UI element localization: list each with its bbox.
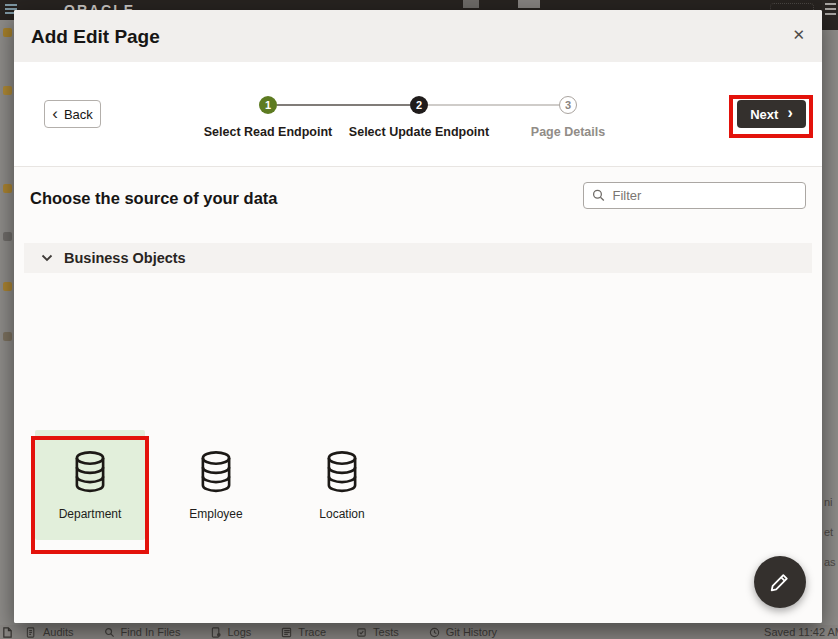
dialog-content: Choose the source of your data Business … xyxy=(14,166,822,623)
database-icon xyxy=(69,449,111,495)
dialog-title: Add Edit Page xyxy=(31,26,160,48)
database-icon xyxy=(195,449,237,495)
back-button-label: Back xyxy=(64,107,93,122)
close-icon[interactable]: ✕ xyxy=(792,27,805,42)
git-history-icon xyxy=(429,627,440,638)
tile-department[interactable]: Department xyxy=(35,430,145,540)
chevron-left-icon: ‹ xyxy=(52,105,58,122)
step-3-label: Page Details xyxy=(531,125,605,139)
footer-item-label: Audits xyxy=(43,626,74,638)
filter-input[interactable] xyxy=(613,188,798,203)
audit-report-icon xyxy=(2,627,13,638)
footer-item-trace[interactable]: Trace xyxy=(281,626,326,638)
trace-icon xyxy=(281,627,292,638)
find-in-files-icon xyxy=(104,627,115,638)
sidebar-icon xyxy=(3,28,12,37)
footer-item-audits[interactable]: Audits xyxy=(26,626,74,638)
tile-label: Department xyxy=(59,507,122,521)
tile-employee[interactable]: Employee xyxy=(161,430,271,540)
chevron-right-icon: › xyxy=(787,105,792,121)
tile-label: Employee xyxy=(189,507,242,521)
background-text-fragment: et xyxy=(824,526,838,538)
step-number: 2 xyxy=(416,99,422,111)
step-1-label: Select Read Endpoint xyxy=(204,125,333,139)
audits-icon xyxy=(26,627,37,638)
footer-item-label: Git History xyxy=(446,626,497,638)
footer-item-label: Logs xyxy=(228,626,252,638)
step-3-indicator[interactable]: 3 xyxy=(559,96,577,114)
step-number: 1 xyxy=(265,99,271,111)
section-business-objects[interactable]: Business Objects xyxy=(24,243,812,273)
footer-item-find-in-files[interactable]: Find In Files xyxy=(104,626,181,638)
topbar-tab-stub xyxy=(518,0,540,8)
edit-fab-button[interactable] xyxy=(754,556,806,608)
database-icon xyxy=(321,449,363,495)
screen: ORACLE ni et as Audits Find In Files Log… xyxy=(0,0,838,639)
footer-item-logs[interactable]: Logs xyxy=(211,626,252,638)
step-2-label: Select Update Endpoint xyxy=(349,125,489,139)
next-button[interactable]: Next › xyxy=(737,100,806,128)
dialog-header: Add Edit Page ✕ xyxy=(14,10,822,62)
filter-field xyxy=(583,182,806,209)
right-panel-menu-icon xyxy=(822,0,838,30)
section-label: Business Objects xyxy=(64,250,186,266)
step-number: 3 xyxy=(565,99,571,111)
wizard-train: ‹ Back 1 2 3 Select Read Endpoint Select… xyxy=(14,62,822,166)
add-edit-page-dialog: Add Edit Page ✕ ‹ Back 1 2 3 Select Read… xyxy=(14,10,822,623)
content-heading: Choose the source of your data xyxy=(30,189,278,208)
next-button-label: Next xyxy=(750,107,778,122)
sidebar-icon xyxy=(3,332,12,341)
tests-icon xyxy=(356,627,367,638)
sidebar-icon xyxy=(3,282,12,291)
tile-location[interactable]: Location xyxy=(287,430,397,540)
tile-label: Location xyxy=(319,507,364,521)
saved-status: Saved 11:42 AM xyxy=(764,626,838,638)
sidebar-icon xyxy=(3,86,12,95)
background-text-fragment: as xyxy=(824,556,838,568)
chevron-down-icon xyxy=(41,254,53,262)
footer-item-label: Tests xyxy=(373,626,399,638)
logs-icon xyxy=(211,627,222,638)
footer-item-label: Trace xyxy=(298,626,326,638)
pencil-icon xyxy=(768,570,792,594)
sidebar-icon xyxy=(3,184,12,193)
sidebar-icon xyxy=(3,232,12,241)
background-text-fragment: ni xyxy=(824,496,838,508)
topbar-tab-stub xyxy=(463,0,479,8)
step-2-indicator[interactable]: 2 xyxy=(410,96,428,114)
step-connector-1-2 xyxy=(277,104,410,106)
footer-item-tests[interactable]: Tests xyxy=(356,626,399,638)
status-footer: Audits Find In Files Logs Trace Tests Gi… xyxy=(0,625,838,639)
step-1-indicator[interactable]: 1 xyxy=(259,96,277,114)
step-connector-2-3 xyxy=(428,104,559,106)
back-button[interactable]: ‹ Back xyxy=(44,100,101,128)
search-icon xyxy=(592,188,606,203)
footer-item-git-history[interactable]: Git History xyxy=(429,626,497,638)
footer-item-label: Find In Files xyxy=(121,626,181,638)
